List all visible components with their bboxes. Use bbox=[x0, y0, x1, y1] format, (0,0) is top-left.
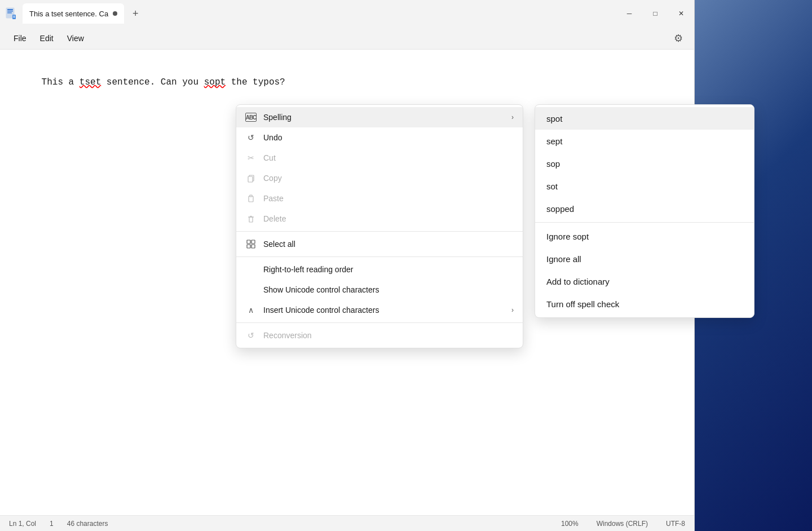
spelling-action-ignore-all[interactable]: Ignore all bbox=[535, 247, 754, 270]
settings-icon[interactable]: ⚙ bbox=[669, 30, 687, 47]
spelling-separator-1 bbox=[535, 222, 754, 223]
close-button[interactable]: ✕ bbox=[668, 5, 694, 23]
cut-icon: ✂ bbox=[245, 152, 257, 163]
spelling-action-add-dictionary[interactable]: Add to dictionary bbox=[535, 270, 754, 293]
copy-icon bbox=[245, 172, 257, 184]
suggestion-sot-label: sot bbox=[546, 182, 558, 191]
unicode-insert-label: Insert Unicode control characters bbox=[263, 306, 505, 315]
svg-rect-15 bbox=[251, 240, 255, 244]
separator-1 bbox=[236, 231, 523, 232]
add-dictionary-label: Add to dictionary bbox=[546, 277, 610, 286]
context-menu-item-spelling[interactable]: ABC Spelling › bbox=[236, 107, 523, 127]
status-encoding: UTF-8 bbox=[666, 520, 685, 528]
maximize-button[interactable]: □ bbox=[642, 5, 668, 23]
spelling-submenu: spot sept sop sot sopped Ignore sopt Ign… bbox=[535, 104, 754, 318]
status-line-ending: Windows (CRLF) bbox=[597, 520, 648, 528]
spelling-suggestion-spot[interactable]: spot bbox=[535, 107, 754, 130]
paste-icon bbox=[245, 193, 257, 204]
minimize-button[interactable]: ─ bbox=[616, 5, 642, 23]
separator-3 bbox=[236, 322, 523, 323]
undo-label: Undo bbox=[263, 133, 514, 142]
tab-title: This a tset sentence. Ca bbox=[29, 10, 108, 18]
svg-rect-1 bbox=[7, 9, 13, 10]
file-menu[interactable]: File bbox=[7, 32, 33, 45]
context-menu-item-selectall[interactable]: Select all bbox=[236, 234, 523, 254]
new-tab-button[interactable]: + bbox=[126, 5, 144, 23]
status-zoom: 100% bbox=[561, 520, 579, 528]
rtl-icon bbox=[245, 264, 257, 275]
notepad-app-icon bbox=[5, 7, 18, 20]
turn-off-spellcheck-label: Turn off spell check bbox=[546, 299, 619, 309]
suggestion-sept-label: sept bbox=[546, 136, 562, 146]
text-sentence: sentence. Can you bbox=[101, 77, 204, 87]
tab-modified-dot bbox=[113, 11, 117, 16]
spelling-suggestion-sopped[interactable]: sopped bbox=[535, 197, 754, 220]
view-menu[interactable]: View bbox=[60, 32, 91, 45]
context-menu: ABC Spelling › ↺ Undo ✂ Cut Copy Paste bbox=[236, 104, 523, 348]
context-menu-item-cut: ✂ Cut bbox=[236, 148, 523, 168]
svg-rect-3 bbox=[7, 12, 12, 14]
misspelled-sopt: sopt bbox=[204, 77, 226, 87]
svg-rect-17 bbox=[251, 245, 255, 248]
svg-rect-2 bbox=[7, 11, 13, 12]
spelling-suggestion-sot[interactable]: sot bbox=[535, 175, 754, 197]
window-controls: ─ □ ✕ bbox=[616, 0, 694, 27]
suggestion-sop-label: sop bbox=[546, 159, 560, 169]
unicode-show-icon bbox=[245, 284, 257, 295]
context-menu-item-delete: Delete bbox=[236, 209, 523, 229]
suggestion-sopped-label: sopped bbox=[546, 204, 574, 214]
editor-content: This a tset sentence. Can you sopt the t… bbox=[9, 61, 685, 104]
tab-bar: This a tset sentence. Ca + bbox=[23, 3, 616, 24]
spelling-action-turn-off[interactable]: Turn off spell check bbox=[535, 293, 754, 315]
ignore-sopt-label: Ignore sopt bbox=[546, 232, 589, 241]
svg-rect-16 bbox=[247, 245, 250, 248]
selectall-icon bbox=[245, 238, 257, 250]
svg-rect-14 bbox=[247, 240, 250, 244]
context-menu-item-unicode-insert[interactable]: ∧ Insert Unicode control characters › bbox=[236, 300, 523, 320]
delete-icon bbox=[245, 213, 257, 224]
spelling-label: Spelling bbox=[263, 113, 505, 122]
active-tab[interactable]: This a tset sentence. Ca bbox=[23, 3, 124, 24]
svg-rect-10 bbox=[250, 195, 252, 197]
copy-label: Copy bbox=[263, 174, 514, 183]
ignore-all-label: Ignore all bbox=[546, 254, 581, 264]
reconversion-label: Reconversion bbox=[263, 331, 514, 340]
svg-rect-11 bbox=[249, 217, 253, 222]
context-menu-item-rtl[interactable]: Right-to-left reading order bbox=[236, 259, 523, 280]
spelling-action-ignore-sopt[interactable]: Ignore sopt bbox=[535, 225, 754, 247]
reconversion-icon: ↺ bbox=[245, 330, 257, 341]
suggestion-spot-label: spot bbox=[546, 114, 562, 123]
title-bar: This a tset sentence. Ca + ─ □ ✕ bbox=[0, 0, 694, 27]
status-bar-right: 100% Windows (CRLF) UTF-8 bbox=[561, 520, 685, 528]
spelling-suggestion-sop[interactable]: sop bbox=[535, 152, 754, 175]
text-this: This a bbox=[42, 77, 80, 87]
context-menu-item-reconversion: ↺ Reconversion bbox=[236, 325, 523, 346]
status-line-col: Ln 1, Col bbox=[9, 520, 36, 528]
separator-2 bbox=[236, 256, 523, 257]
context-menu-item-undo[interactable]: ↺ Undo bbox=[236, 127, 523, 148]
spelling-icon: ABC bbox=[245, 112, 257, 123]
status-bar: Ln 1, Col 1 46 characters 100% Windows (… bbox=[0, 515, 694, 531]
cut-label: Cut bbox=[263, 153, 514, 162]
menu-bar: File Edit View ⚙ bbox=[0, 27, 694, 50]
svg-rect-8 bbox=[248, 176, 253, 182]
status-characters: 46 characters bbox=[67, 520, 108, 528]
undo-icon: ↺ bbox=[245, 132, 257, 143]
spelling-suggestion-sept[interactable]: sept bbox=[535, 130, 754, 152]
unicode-insert-icon: ∧ bbox=[245, 304, 257, 316]
unicode-insert-arrow-icon: › bbox=[511, 306, 514, 314]
edit-menu[interactable]: Edit bbox=[33, 32, 60, 45]
status-col-value: 1 bbox=[50, 520, 54, 528]
paste-label: Paste bbox=[263, 194, 514, 203]
spelling-arrow-icon: › bbox=[511, 113, 514, 121]
unicode-show-label: Show Unicode control characters bbox=[263, 285, 514, 294]
selectall-label: Select all bbox=[263, 240, 514, 249]
context-menu-item-copy: Copy bbox=[236, 168, 523, 188]
context-menu-item-unicode-show[interactable]: Show Unicode control characters bbox=[236, 280, 523, 300]
rtl-label: Right-to-left reading order bbox=[263, 265, 514, 274]
context-menu-item-paste: Paste bbox=[236, 188, 523, 209]
misspelled-tset: tset bbox=[80, 77, 101, 87]
delete-label: Delete bbox=[263, 214, 514, 223]
text-rest: the typos? bbox=[226, 77, 285, 87]
